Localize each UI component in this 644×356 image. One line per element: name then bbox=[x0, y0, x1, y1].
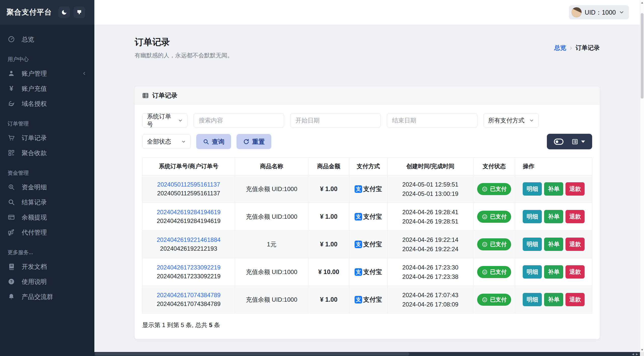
order-times: 2024-04-26 17:07:432024-04-26 17:08:09 bbox=[387, 286, 473, 314]
sidebar-item-label: 使用说明 bbox=[22, 278, 47, 286]
action-supplement-button[interactable]: 补单 bbox=[544, 265, 563, 279]
horizontal-scroll-thumb[interactable] bbox=[95, 352, 409, 355]
smiley-icon bbox=[482, 269, 488, 275]
system-order-link[interactable]: 2024042619221461884 bbox=[144, 236, 233, 243]
horizontal-scrollbar[interactable]: ◀▶ bbox=[94, 352, 640, 356]
scroll-down-arrow[interactable]: ▼ bbox=[640, 348, 644, 351]
action-refund-button[interactable]: 退款 bbox=[565, 265, 585, 279]
user-menu[interactable]: UID：1000 bbox=[569, 5, 629, 19]
system-order-link[interactable]: 2024050112595161137 bbox=[144, 181, 233, 188]
smiley-icon bbox=[482, 241, 488, 247]
action-supplement-button[interactable]: 补单 bbox=[544, 293, 563, 306]
pay-method: 支支付宝 bbox=[355, 268, 382, 276]
breadcrumb-home-link[interactable]: 总览 bbox=[554, 44, 566, 52]
sidebar-item-question[interactable]: ?使用说明 bbox=[0, 274, 94, 289]
status-badge: 已支付 bbox=[477, 238, 511, 250]
alipay-icon: 支 bbox=[355, 268, 362, 276]
order-times: 2024-05-01 12:59:512024-05-01 13:00:19 bbox=[387, 175, 473, 203]
action-detail-button[interactable]: 明细 bbox=[523, 238, 542, 251]
action-detail-button[interactable]: 明细 bbox=[523, 182, 542, 196]
list-icon bbox=[572, 138, 578, 145]
vertical-scroll-thumb[interactable] bbox=[641, 13, 643, 99]
toggle-view-button[interactable] bbox=[554, 139, 563, 145]
order-type-select[interactable]: 系统订单号 bbox=[142, 113, 187, 128]
action-detail-button[interactable]: 明细 bbox=[523, 210, 542, 223]
table-header-row: 系统订单号/商户订单号商品名称商品金额支付方式创建时间/完成时间支付状态操作 bbox=[142, 158, 592, 175]
page-subtitle: 有幽默感的人，永远都不会默默无闻。 bbox=[135, 52, 233, 59]
table-toolbar bbox=[547, 134, 592, 149]
dark-mode-button[interactable] bbox=[58, 7, 70, 18]
action-refund-button[interactable]: 退款 bbox=[565, 238, 585, 251]
merchant-order-number: 2024042617074384789 bbox=[157, 300, 221, 307]
table-row: 20240426192841946192024042619284194619充值… bbox=[142, 203, 592, 231]
table-row: 20240426172330922192024042617233092219充值… bbox=[142, 258, 592, 286]
sidebar-item-search-dollar[interactable]: $资金明细 bbox=[0, 180, 94, 195]
action-refund-button[interactable]: 退款 bbox=[565, 182, 585, 196]
sidebar-item-dashboard[interactable]: 总览 bbox=[0, 32, 94, 47]
action-supplement-button[interactable]: 补单 bbox=[544, 182, 563, 196]
system-order-link[interactable]: 2024042619284194619 bbox=[144, 209, 233, 216]
sidebar-item-bell[interactable]: 产品交流群 bbox=[0, 289, 94, 304]
status-badge: 已支付 bbox=[477, 294, 511, 306]
sidebar-item-label: 产品交流群 bbox=[22, 293, 53, 301]
sidebar-item-book[interactable]: 开发文档 bbox=[0, 259, 94, 274]
sidebar-item-person[interactable]: 账户管理 bbox=[0, 66, 94, 81]
sidebar-item-label: 账户管理 bbox=[22, 69, 47, 78]
product-amount: ¥ 1.00 bbox=[308, 203, 349, 231]
sidebar-item-search[interactable]: 结算记录 bbox=[0, 195, 94, 210]
theme-button[interactable] bbox=[73, 7, 85, 18]
card-header: 订单记录 bbox=[135, 86, 600, 105]
chevron-left-icon bbox=[82, 71, 87, 76]
sidebar-section-label: 资金管理 bbox=[0, 160, 94, 180]
query-button[interactable]: 查询 bbox=[196, 134, 231, 149]
sidebar-item-qrcode[interactable]: 聚合收款 bbox=[0, 145, 94, 160]
product-name: 充值余额 UID:1000 bbox=[235, 258, 308, 286]
scrollbar-corner bbox=[640, 352, 644, 356]
pay-method-select[interactable]: 所有支付方式 bbox=[483, 113, 539, 128]
sidebar-section-label: 订单管理 bbox=[0, 111, 94, 130]
sidebar-item-globe[interactable]: 域名授权 bbox=[0, 96, 94, 111]
product-name: 充值余额 UID:1000 bbox=[235, 175, 308, 203]
sidebar-header: 聚合支付平台 bbox=[0, 0, 94, 25]
sidebar-item-transfer[interactable]: 代付管理 bbox=[0, 225, 94, 240]
status-select[interactable]: 全部状态 bbox=[142, 134, 191, 149]
system-order-link[interactable]: 2024042617074384789 bbox=[144, 292, 233, 299]
action-detail-button[interactable]: 明细 bbox=[523, 265, 542, 279]
smiley-icon bbox=[482, 186, 488, 192]
scroll-up-arrow[interactable]: ▲ bbox=[640, 1, 644, 4]
moon-icon bbox=[61, 9, 67, 15]
card-title: 订单记录 bbox=[152, 91, 177, 100]
globe-icon bbox=[8, 100, 15, 107]
product-amount: ¥ 1.00 bbox=[308, 286, 349, 314]
end-date-input[interactable] bbox=[387, 113, 477, 128]
table-row: 20240426170743847892024042617074384789充值… bbox=[142, 286, 592, 314]
action-supplement-button[interactable]: 补单 bbox=[544, 238, 563, 251]
dashboard-icon bbox=[8, 35, 15, 43]
product-amount: ¥ 10.00 bbox=[308, 258, 349, 286]
action-refund-button[interactable]: 退款 bbox=[565, 210, 585, 223]
reset-button[interactable]: 重置 bbox=[237, 134, 271, 149]
horizontal-scroll-arrows[interactable]: ◀▶ bbox=[632, 352, 638, 356]
product-name: 充值余额 UID:1000 bbox=[235, 286, 308, 314]
action-supplement-button[interactable]: 补单 bbox=[544, 210, 563, 223]
status-badge: 已支付 bbox=[477, 266, 511, 278]
question-icon: ? bbox=[8, 278, 15, 285]
pay-method: 支支付宝 bbox=[355, 295, 382, 304]
columns-dropdown-button[interactable] bbox=[572, 138, 585, 145]
uid-label: UID：1000 bbox=[585, 8, 616, 17]
system-order-link[interactable]: 2024042617233092219 bbox=[144, 264, 233, 271]
transfer-icon bbox=[8, 229, 15, 236]
merchant-order-number: 20240426192212193 bbox=[160, 245, 217, 252]
breadcrumb-current: 订单记录 bbox=[576, 44, 600, 52]
sidebar-item-card[interactable]: 余额提现 bbox=[0, 210, 94, 225]
action-detail-button[interactable]: 明细 bbox=[523, 293, 542, 306]
action-refund-button[interactable]: 退款 bbox=[565, 293, 585, 306]
product-amount: ¥ 1.00 bbox=[308, 175, 349, 203]
start-date-input[interactable] bbox=[290, 113, 381, 128]
sidebar-item-cart[interactable]: 订单记录 bbox=[0, 130, 94, 145]
sidebar-item-yen[interactable]: ¥账户充值 bbox=[0, 81, 94, 96]
search-input[interactable] bbox=[194, 113, 284, 128]
vertical-scrollbar[interactable]: ▲ ▼ bbox=[640, 0, 644, 352]
toggle-icon bbox=[554, 139, 563, 145]
column-header: 商品金额 bbox=[308, 158, 349, 175]
